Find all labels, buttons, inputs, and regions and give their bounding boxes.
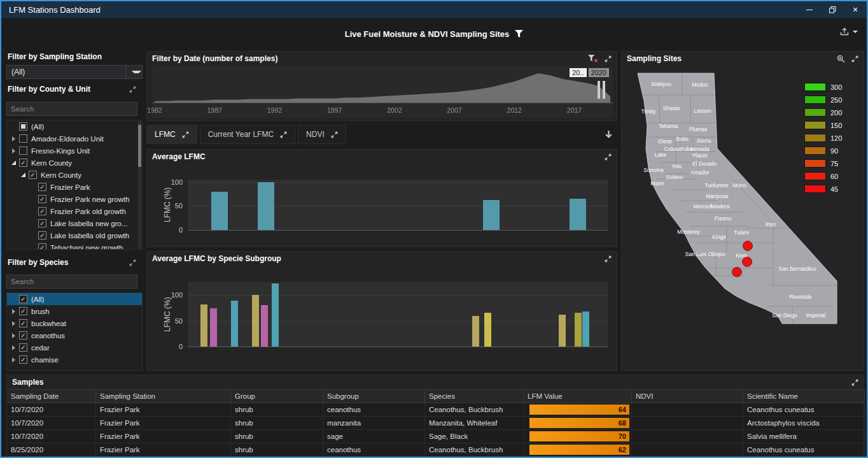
expander-icon[interactable] [10, 147, 17, 155]
station-dropdown[interactable]: (All) [6, 65, 143, 79]
tree-item[interactable]: ✓Tehachapi new growth [7, 241, 142, 250]
table-row[interactable]: 10/7/2020Frazier ParkshrubmanzanitaManza… [7, 417, 864, 430]
bar[interactable] [472, 316, 479, 347]
expand-icon[interactable] [129, 86, 136, 93]
tree-item[interactable]: ✓Frazier Park old growth [7, 205, 142, 217]
tree-item[interactable]: Amador-Eldorado Unit [7, 132, 142, 145]
range-slider-handle[interactable] [598, 81, 600, 99]
bar[interactable] [210, 308, 217, 347]
column-header[interactable]: NDVI [632, 390, 743, 403]
expand-icon[interactable] [129, 259, 136, 266]
bar[interactable] [483, 200, 500, 230]
restore-button[interactable] [821, 1, 844, 18]
expander-icon[interactable] [10, 332, 17, 340]
zoom-in-icon[interactable] [837, 55, 845, 63]
expand-icon[interactable] [851, 379, 858, 386]
bar[interactable] [261, 305, 268, 347]
minimize-button[interactable] [798, 1, 821, 18]
checkbox[interactable]: ✓ [19, 295, 27, 303]
expand-icon[interactable] [605, 55, 612, 62]
checkbox[interactable]: ✓ [38, 231, 46, 240]
column-header[interactable]: Group [231, 390, 323, 403]
checkbox[interactable] [19, 122, 27, 131]
column-header[interactable]: Species [425, 390, 524, 403]
column-header[interactable]: Scientific Name [743, 390, 865, 403]
tree-item[interactable]: ✓ceanothus [7, 329, 142, 341]
checkbox[interactable]: ✓ [38, 219, 46, 227]
expander-icon[interactable] [10, 356, 17, 364]
checkbox[interactable]: ✓ [38, 195, 46, 203]
column-header[interactable]: Sampling Station [96, 390, 231, 403]
checkbox[interactable]: ✓ [38, 207, 46, 215]
tree-item[interactable]: ✓(All) [7, 293, 142, 305]
checkbox[interactable]: ✓ [19, 343, 27, 352]
tree-item[interactable]: ✓Lake Isabella old growth [7, 229, 142, 241]
county-search-input[interactable] [6, 102, 137, 116]
checkbox[interactable]: ✓ [19, 159, 27, 167]
tree-item[interactable]: ✓Kern County [7, 169, 142, 181]
checkbox[interactable] [19, 134, 27, 143]
bar[interactable] [258, 182, 274, 230]
expander-icon[interactable] [10, 320, 17, 327]
tab-lfmc[interactable]: LFMC [146, 125, 197, 144]
tree-item[interactable]: ✓cedar [7, 341, 142, 354]
bar[interactable] [570, 199, 586, 230]
tree-item[interactable]: ✓chamise [7, 354, 142, 366]
checkbox[interactable] [19, 147, 27, 155]
export-button[interactable] [839, 27, 858, 36]
sampling-site-marker[interactable] [732, 268, 742, 277]
range-end-input[interactable]: 2020 [589, 68, 609, 77]
expand-icon[interactable] [331, 131, 338, 138]
column-header[interactable]: Sampling Date [7, 390, 96, 403]
bar[interactable] [484, 313, 491, 347]
download-button[interactable] [604, 125, 617, 144]
california-map[interactable]: SiskiyouModocTrinityShastaLassenTehamaPl… [622, 66, 864, 370]
checkbox[interactable]: ✓ [29, 171, 37, 179]
tree-item[interactable]: ✓buckwheat [7, 317, 142, 329]
expander-icon[interactable] [10, 344, 17, 352]
expander-icon[interactable] [10, 308, 17, 315]
range-slider-handle[interactable] [603, 81, 605, 99]
tree-item[interactable]: (All) [7, 120, 142, 132]
tree-item[interactable]: ✓Frazier Park new growth [7, 193, 142, 205]
table-row[interactable]: 10/7/2020Frazier ParkshrubsageSage, Blac… [7, 430, 864, 443]
filter-icon[interactable] [515, 30, 523, 38]
tree-item[interactable]: ✓Kern County [7, 157, 142, 169]
dropdown-chevron[interactable] [125, 66, 142, 78]
bar[interactable] [559, 315, 566, 347]
checkbox[interactable]: ✓ [19, 319, 27, 327]
tree-item[interactable]: ✓Frazier Park [7, 181, 142, 193]
expander-icon[interactable] [10, 159, 17, 167]
species-search-input[interactable] [6, 275, 137, 289]
expand-icon[interactable] [851, 55, 858, 62]
tab-current-year-lfmc[interactable]: Current Year LFMC [200, 125, 295, 144]
tab-ndvi[interactable]: NDVI [298, 125, 346, 144]
bar[interactable] [575, 313, 582, 347]
expand-icon[interactable] [182, 131, 189, 138]
bar[interactable] [252, 295, 259, 347]
range-start-input[interactable]: 20.. [570, 68, 586, 77]
expand-icon[interactable] [280, 131, 287, 138]
date-histogram-chart[interactable]: 20.. 2020 198219871992199720022007201220… [152, 67, 613, 118]
scrollbar-thumb[interactable] [138, 125, 141, 167]
sampling-site-marker[interactable] [743, 241, 753, 251]
table-row[interactable]: 10/7/2020Frazier ParkshrubceanothusCeano… [7, 403, 864, 417]
column-header[interactable]: LFM Value [524, 390, 632, 403]
clear-filter-icon[interactable] [588, 55, 598, 63]
bar[interactable] [272, 283, 279, 347]
bar[interactable] [231, 301, 238, 347]
bar[interactable] [200, 304, 207, 347]
expand-icon[interactable] [605, 255, 612, 262]
expand-icon[interactable] [605, 154, 612, 161]
tree-item[interactable]: ✓brush [7, 305, 142, 317]
checkbox[interactable]: ✓ [38, 243, 46, 250]
checkbox[interactable]: ✓ [19, 355, 27, 364]
column-header[interactable]: Subgroup [323, 390, 425, 403]
tree-item[interactable]: ✓Lake Isabella new gro... [7, 217, 142, 229]
county-tree-scrollbar[interactable] [138, 121, 141, 248]
close-button[interactable]: × [844, 1, 867, 18]
expander-icon[interactable] [19, 171, 27, 179]
checkbox[interactable]: ✓ [19, 331, 27, 340]
tree-item[interactable]: Fresno-Kings Unit [7, 145, 142, 157]
checkbox[interactable]: ✓ [38, 183, 46, 191]
